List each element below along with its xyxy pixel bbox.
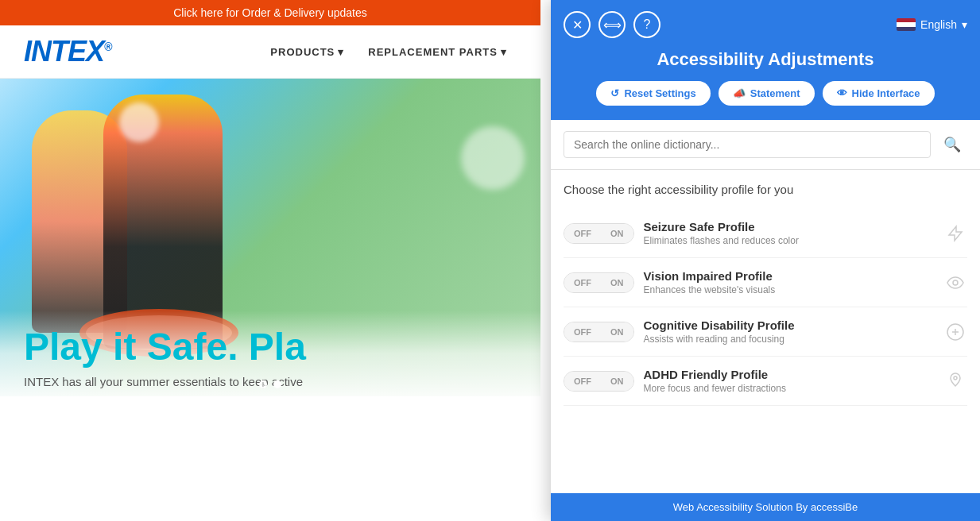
seizure-toggle[interactable]: OFF ON	[564, 223, 634, 244]
cognitive-toggle-off[interactable]: OFF	[564, 322, 601, 342]
adhd-profile-desc: More focus and fewer distractions	[644, 383, 935, 394]
chevron-down-icon: ▾	[338, 46, 344, 58]
search-button[interactable]: 🔍	[937, 133, 967, 156]
seizure-profile-icon	[943, 222, 967, 245]
adhd-profile-icon	[943, 369, 967, 393]
cognitive-profile-icon	[943, 320, 967, 344]
chevron-down-icon: ▾	[501, 46, 507, 58]
seizure-profile-name: Seizure Safe Profile	[644, 220, 935, 233]
vision-profile-info: Vision Impaired Profile Enhances the web…	[644, 269, 935, 295]
announcement-text: Click here for Order & Delivery updates	[173, 6, 367, 19]
vision-profile-icon	[943, 271, 967, 295]
vision-toggle-on[interactable]: ON	[601, 273, 633, 292]
footer-text: Web Accessibility Solution By accessiBe	[673, 501, 858, 513]
refresh-icon[interactable]: ⟺	[598, 11, 626, 38]
vision-toggle[interactable]: OFF ON	[564, 272, 634, 293]
cognitive-profile-info: Cognitive Disability Profile Assists wit…	[644, 318, 935, 345]
adhd-toggle-on[interactable]: ON	[601, 372, 633, 391]
profiles-section: Choose the right accessibility profile f…	[551, 170, 980, 419]
cognitive-disability-profile: OFF ON Cognitive Disability Profile Assi…	[564, 307, 967, 357]
seizure-toggle-off[interactable]: OFF	[564, 224, 601, 243]
nav-replacement-parts[interactable]: REPLACEMENT PARTS ▾	[368, 46, 507, 58]
accessibility-action-buttons: ↺ Reset Settings 📣 Statement 👁 Hide Inte…	[564, 81, 967, 106]
adhd-profile-name: ADHD Friendly Profile	[644, 368, 935, 381]
nav-products[interactable]: PRODUCTS ▾	[270, 46, 344, 58]
svg-point-0	[953, 280, 958, 285]
accessibility-panel: ✕ ⟺ ? English ▾ Accessibility Adjustment…	[551, 0, 980, 521]
hero-image: Play it Safe. Pla INTEX has all your sum…	[0, 79, 540, 396]
vision-profile-desc: Enhances the website's visuals	[644, 284, 935, 295]
help-icon[interactable]: ?	[633, 11, 660, 38]
language-selector[interactable]: English ▾	[897, 18, 967, 31]
adhd-friendly-profile: OFF ON ADHD Friendly Profile More focus …	[564, 357, 967, 406]
statement-button[interactable]: 📣 Statement	[719, 81, 815, 106]
hide-interface-button[interactable]: 👁 Hide Interface	[823, 81, 935, 106]
site-nav: PRODUCTS ▾ REPLACEMENT PARTS ▾	[270, 46, 507, 58]
vision-profile-name: Vision Impaired Profile	[644, 269, 935, 283]
language-label: English	[920, 18, 957, 31]
seizure-profile-desc: Eliminates flashes and reduces color	[644, 235, 935, 246]
profiles-heading: Choose the right accessibility profile f…	[564, 183, 967, 196]
reset-icon: ↺	[610, 87, 619, 99]
eye-slash-icon: 👁	[837, 87, 847, 99]
flag-icon	[897, 18, 916, 31]
seizure-profile-info: Seizure Safe Profile Eliminates flashes …	[644, 220, 935, 246]
dictionary-search-bar: 🔍	[551, 120, 980, 170]
announcement-bar[interactable]: Click here for Order & Delivery updates	[0, 0, 540, 25]
close-icon[interactable]: ✕	[564, 11, 591, 38]
cognitive-toggle-on[interactable]: ON	[601, 322, 633, 342]
accessibility-panel-body: 🔍 Choose the right accessibility profile…	[551, 120, 980, 493]
svg-point-2	[954, 376, 957, 380]
cognitive-toggle[interactable]: OFF ON	[564, 322, 634, 342]
seizure-toggle-on[interactable]: ON	[601, 224, 633, 243]
website-background: Click here for Order & Delivery updates …	[0, 0, 540, 521]
seizure-safe-profile: OFF ON Seizure Safe Profile Eliminates f…	[564, 209, 967, 258]
reset-settings-button[interactable]: ↺ Reset Settings	[596, 81, 710, 106]
adhd-toggle[interactable]: OFF ON	[564, 371, 634, 392]
accessibility-top-bar: ✕ ⟺ ? English ▾	[564, 11, 967, 38]
adhd-profile-info: ADHD Friendly Profile More focus and few…	[644, 368, 935, 394]
chevron-down-icon: ▾	[962, 18, 967, 31]
site-header: INTEX® PRODUCTS ▾ REPLACEMENT PARTS ▾	[0, 25, 540, 79]
megaphone-icon: 📣	[733, 87, 746, 99]
intex-logo: INTEX®	[24, 35, 111, 68]
accessibility-panel-header: ✕ ⟺ ? English ▾ Accessibility Adjustment…	[551, 0, 980, 120]
dictionary-search-input[interactable]	[564, 131, 931, 158]
accessibility-footer: Web Accessibility Solution By accessiBe	[551, 493, 980, 521]
search-icon: 🔍	[943, 137, 961, 152]
vision-impaired-profile: OFF ON Vision Impaired Profile Enhances …	[564, 258, 967, 307]
adhd-toggle-off[interactable]: OFF	[564, 372, 601, 391]
cognitive-profile-name: Cognitive Disability Profile	[644, 318, 935, 332]
cognitive-profile-desc: Assists with reading and focusing	[644, 334, 935, 345]
hero-title: Play it Safe. Pla	[24, 326, 517, 369]
panel-control-icons: ✕ ⟺ ?	[564, 11, 660, 38]
vision-toggle-off[interactable]: OFF	[564, 273, 601, 292]
accessibility-panel-title: Accessibility Adjustments	[564, 49, 967, 70]
